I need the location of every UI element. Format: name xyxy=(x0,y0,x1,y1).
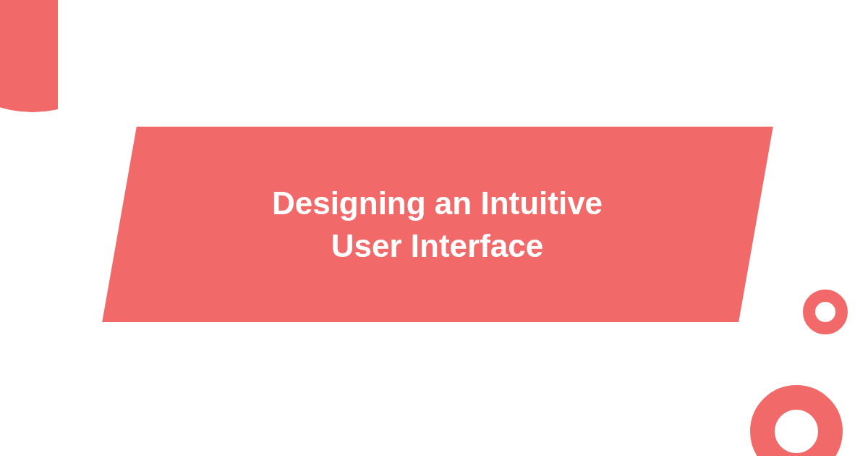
decorative-ring-large xyxy=(750,385,843,456)
decorative-ring-small xyxy=(803,290,848,334)
title-banner: Designing an IntuitiveUser Interface xyxy=(102,127,773,322)
page-title: Designing an IntuitiveUser Interface xyxy=(272,182,603,268)
decorative-corner-notch xyxy=(58,0,188,116)
